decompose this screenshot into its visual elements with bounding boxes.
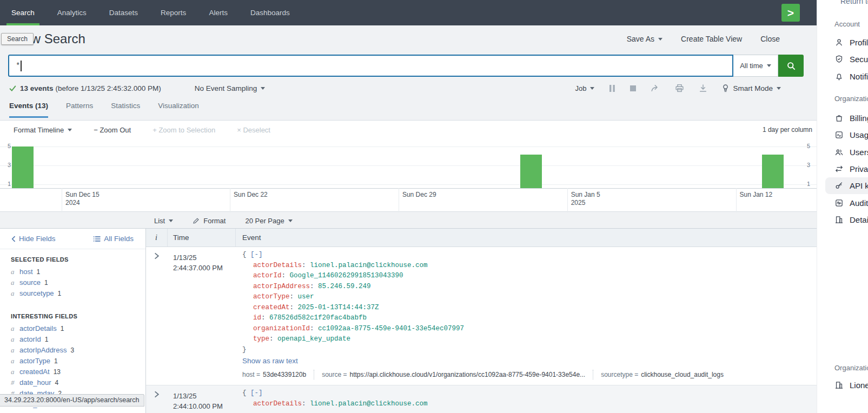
hide-fields-link[interactable]: Hide Fields bbox=[11, 235, 56, 243]
nav-tab-analytics[interactable]: Analytics bbox=[46, 0, 98, 25]
json-value[interactable]: lionel.palacin@clickhouse.com bbox=[310, 400, 428, 408]
menu-item-private[interactable]: Private bbox=[817, 161, 868, 177]
x-axis-tick-line bbox=[399, 188, 399, 212]
field-link[interactable]: createdAt bbox=[19, 367, 50, 377]
meta-source[interactable]: source = https://api.clickhouse.cloud/v1… bbox=[314, 370, 593, 379]
zoom-to-selection-button[interactable]: + Zoom to Selection bbox=[153, 126, 215, 134]
field-item-actorType[interactable]: a actorType 1 bbox=[11, 356, 145, 367]
field-item-createdAt[interactable]: a createdAt 13 bbox=[11, 367, 145, 377]
nav-tab-dashboards[interactable]: Dashboards bbox=[239, 0, 301, 25]
menu-item-users[interactable]: Users bbox=[817, 144, 868, 161]
pause-button[interactable] bbox=[609, 85, 615, 92]
nav-tab-datasets[interactable]: Datasets bbox=[98, 0, 149, 25]
format-results-button[interactable]: Format bbox=[193, 217, 226, 225]
json-value[interactable]: openapi_key_update bbox=[277, 335, 350, 343]
timeline-bar[interactable] bbox=[520, 155, 542, 188]
json-value[interactable]: cc1092aa-8775-459e-9401-33e54ec07997 bbox=[318, 325, 464, 332]
json-key[interactable]: actorType bbox=[253, 293, 290, 301]
export-button[interactable] bbox=[699, 84, 707, 92]
field-link[interactable]: actorType bbox=[19, 356, 50, 367]
field-link[interactable]: source bbox=[19, 277, 41, 288]
timeline-bar[interactable] bbox=[12, 146, 34, 189]
tab-visualization[interactable]: Visualization bbox=[158, 102, 199, 118]
meta-sourcetype[interactable]: sourcetype = clickhouse_cloud_audit_logs bbox=[593, 370, 731, 379]
menu-item-billing[interactable]: Billing bbox=[817, 110, 868, 126]
nav-tab-alerts[interactable]: Alerts bbox=[197, 0, 239, 25]
json-value[interactable]: user bbox=[298, 293, 314, 301]
y-axis-tick-right: 5 bbox=[807, 143, 814, 149]
per-page-dropdown[interactable]: 20 Per Page bbox=[245, 217, 292, 225]
tab-statistics[interactable]: Statistics bbox=[111, 102, 140, 118]
json-value[interactable]: lionel.palacin@clickhouse.com bbox=[310, 262, 428, 269]
tab-events[interactable]: Events (13) bbox=[9, 102, 48, 118]
menu-item-profile[interactable]: Profile bbox=[817, 34, 868, 51]
expand-chevron-icon[interactable] bbox=[154, 391, 160, 398]
json-key[interactable]: id bbox=[253, 314, 261, 322]
json-value[interactable]: 2025-01-13T14:44:37Z bbox=[298, 304, 379, 311]
show-raw-text-link[interactable]: Show as raw text bbox=[242, 357, 298, 365]
field-link[interactable]: actorId bbox=[19, 334, 41, 345]
field-link[interactable]: actorDetails bbox=[19, 323, 57, 334]
splunk-logo-icon[interactable]: > bbox=[781, 4, 800, 22]
json-key[interactable]: actorDetails bbox=[253, 400, 302, 408]
all-fields-link[interactable]: All Fields bbox=[93, 235, 134, 243]
deselect-button[interactable]: × Deselect bbox=[237, 126, 270, 134]
timeline-bar[interactable] bbox=[762, 155, 784, 188]
field-item-host[interactable]: a host 1 bbox=[11, 267, 145, 277]
search-input[interactable]: * bbox=[8, 55, 733, 77]
menu-item-audit[interactable]: Audit bbox=[817, 194, 868, 211]
timeline-plot[interactable]: 5 3 1 5 3 1 bbox=[0, 139, 817, 189]
share-button[interactable] bbox=[651, 84, 660, 92]
json-key[interactable]: actorIpAddress bbox=[253, 283, 310, 290]
json-colon: : bbox=[282, 272, 286, 279]
field-item-sourcetype[interactable]: a sourcetype 1 bbox=[11, 288, 145, 299]
job-menu[interactable]: Job bbox=[575, 84, 595, 92]
field-count: 1 bbox=[54, 356, 58, 367]
create-table-view-button[interactable]: Create Table View bbox=[681, 35, 742, 43]
event-sampling-dropdown[interactable]: No Event Sampling bbox=[195, 84, 266, 92]
expand-chevron-icon[interactable] bbox=[154, 252, 160, 259]
json-key[interactable]: type bbox=[253, 335, 269, 343]
json-key[interactable]: createdAt bbox=[253, 304, 290, 311]
return-link[interactable]: Return to bbox=[840, 0, 868, 5]
menu-item-security[interactable]: Security bbox=[817, 51, 868, 68]
list-view-dropdown[interactable]: List bbox=[154, 217, 173, 225]
json-value[interactable]: Google_114602629918513043390 bbox=[290, 272, 403, 279]
menu-item-organization-lionel[interactable]: Lionel bbox=[817, 377, 868, 394]
menu-item-details[interactable]: Details bbox=[817, 211, 868, 228]
field-link[interactable]: date_hour bbox=[19, 377, 51, 388]
search-submit-button[interactable] bbox=[778, 55, 804, 77]
json-value[interactable]: 678526d582c1f20fac4babfb bbox=[269, 314, 367, 322]
field-link[interactable]: sourcetype bbox=[19, 288, 54, 299]
menu-item-api-keys[interactable]: API keys bbox=[825, 177, 868, 194]
x-axis-tick-label: Sun Dec 22 bbox=[234, 191, 268, 199]
json-value[interactable]: 85.246.59.249 bbox=[318, 283, 371, 290]
close-button[interactable]: Close bbox=[760, 35, 780, 43]
field-link[interactable]: actorIpAddress bbox=[19, 345, 67, 356]
json-key[interactable]: actorId bbox=[253, 272, 282, 279]
menu-item-notifications[interactable]: Notifications bbox=[817, 68, 868, 85]
nav-tab-reports[interactable]: Reports bbox=[149, 0, 197, 25]
zoom-out-button[interactable]: − Zoom Out bbox=[94, 126, 131, 134]
field-item-source[interactable]: a source 1 bbox=[11, 277, 145, 288]
save-as-button[interactable]: Save As bbox=[627, 35, 662, 43]
json-key[interactable]: actorDetails bbox=[253, 262, 302, 269]
time-range-picker[interactable]: All time bbox=[733, 55, 778, 77]
field-item-actorIpAddress[interactable]: a actorIpAddress 3 bbox=[11, 345, 145, 356]
format-timeline-dropdown[interactable]: Format Timeline bbox=[14, 126, 72, 134]
field-link[interactable]: host bbox=[19, 267, 33, 277]
tab-patterns[interactable]: Patterns bbox=[66, 102, 93, 118]
field-item-date_hour[interactable]: # date_hour 4 bbox=[11, 377, 145, 388]
menu-item-usage[interactable]: Usage bbox=[817, 126, 868, 143]
json-collapse-toggle[interactable]: [-] bbox=[250, 251, 263, 258]
swap-arrows-icon bbox=[834, 164, 844, 174]
meta-host[interactable]: host = 53de4339120b bbox=[242, 370, 314, 379]
stop-button[interactable] bbox=[630, 85, 636, 91]
print-button[interactable] bbox=[675, 84, 684, 92]
nav-tab-search[interactable]: Search bbox=[0, 0, 46, 25]
field-item-actorDetails[interactable]: a actorDetails 1 bbox=[11, 323, 145, 334]
json-key[interactable]: organizationId bbox=[253, 325, 310, 332]
search-mode-dropdown[interactable]: Smart Mode bbox=[722, 84, 781, 92]
field-item-actorId[interactable]: a actorId 1 bbox=[11, 334, 145, 345]
json-collapse-toggle[interactable]: [-] bbox=[250, 389, 263, 397]
